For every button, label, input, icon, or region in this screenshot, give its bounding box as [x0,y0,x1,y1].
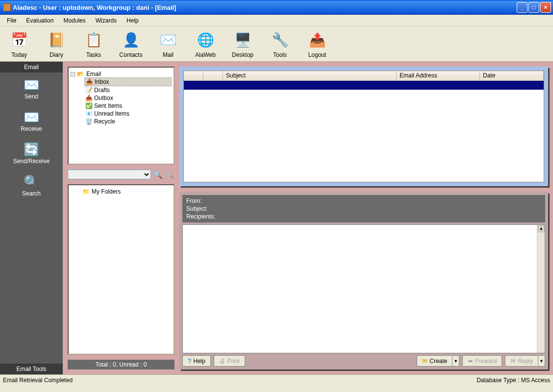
folder-open-icon: 📂 [77,71,84,77]
list-header: Subject Email Address Date [184,71,544,81]
scroll-up-icon[interactable]: ▲ [538,225,545,232]
main-area: - 📂 Email 📥Inbox 📝Drafts 📤Outbox ✅Sent I… [63,62,553,374]
contacts-icon: 👤 [121,30,141,50]
tree-node-inbox[interactable]: 📥Inbox [84,77,172,86]
tasks-icon: 📋 [83,30,104,50]
main-toolbar: 📅Today 📔Diary 📋Tasks 👤Contacts ✉️Mail 🌐A… [0,26,553,62]
status-left: Email Retrieval Completed [3,377,477,384]
tree-node-drafts[interactable]: 📝Drafts [84,86,172,94]
help-button[interactable]: ?Help [182,355,211,367]
toolbar-contacts-button[interactable]: 👤Contacts [117,30,145,58]
titlebar: Aladesc - User : uptodown, Workgroup : d… [0,0,553,15]
statusbar: Email Retrieval Completed Database Type … [0,374,553,385]
inbox-icon: 📥 [86,78,93,85]
message-list-panel: Subject Email Address Date [179,67,548,186]
sidebar-item-search[interactable]: 🔍Search [0,170,63,202]
tools-icon: 🔧 [270,30,290,50]
tree-node-myfolders[interactable]: 📁My Folders [82,188,170,195]
preview-panel: From: Subject: Recipients: ▲ ?Help 🖨Prin… [179,192,548,369]
maximize-button[interactable]: □ [528,2,539,13]
col-subject[interactable]: Subject [223,71,397,80]
toolbar-tools-button[interactable]: 🔧Tools [266,30,294,58]
toolbar-diary-button[interactable]: 📔Diary [42,30,71,58]
reply-button-split: ✉Reply ▼ [505,355,545,367]
sidebar-tab-email[interactable]: Email [0,62,63,73]
print-button[interactable]: 🖨Print [214,355,245,367]
search-icon: 🔍 [22,173,41,190]
menu-help[interactable]: Help [122,16,144,25]
preview-subject-label: Subject: [186,205,541,213]
desktop-icon: 🖥️ [232,30,253,50]
body: Email ✉️Send ✉️Receive 🔄Send/Receive 🔍Se… [0,62,553,374]
logout-icon: 📤 [307,30,327,50]
my-folders-panel: 📁My Folders [68,184,175,355]
tree-node-outbox[interactable]: 📤Outbox [84,94,172,102]
unread-icon: 📧 [85,110,92,117]
col-icon1[interactable] [184,71,203,80]
diary-icon: 📔 [46,30,67,50]
left-column: - 📂 Email 📥Inbox 📝Drafts 📤Outbox ✅Sent I… [68,67,175,369]
menubar: File Evaluation Modules Wizards Help [0,15,553,26]
create-dropdown[interactable]: ▼ [452,355,459,367]
receive-icon: ✉️ [22,109,41,125]
folder-tree: - 📂 Email 📥Inbox 📝Drafts 📤Outbox ✅Sent I… [68,67,175,165]
reply-dropdown[interactable]: ▼ [538,355,545,367]
col-date[interactable]: Date [480,71,544,80]
preview-meta: From: Subject: Recipients: [182,195,545,222]
preview-recipients-label: Recipients: [186,213,541,220]
reply-icon: ✉ [510,357,516,365]
toolbar-alaweb-button[interactable]: 🌐AlaWeb [191,30,220,58]
tree-node-sent[interactable]: ✅Sent Items [84,102,172,110]
sidebar-tab-emailtools[interactable]: Email Tools [0,364,63,374]
minimize-button[interactable]: _ [517,2,528,13]
folder-icon: 📁 [82,188,90,195]
tree-root-email[interactable]: - 📂 Email [71,71,172,77]
forward-icon: ➡ [468,357,473,365]
outbox-icon: 📤 [85,95,92,101]
sidebar-item-sendreceive[interactable]: 🔄Send/Receive [0,137,63,170]
recycle-icon: 🗑️ [85,118,92,125]
create-button-split: ✉Create ▼ [417,355,459,367]
reply-button[interactable]: ✉Reply [505,355,538,367]
tree-node-unread[interactable]: 📧Unread Items [84,110,172,118]
folder-search-select[interactable] [68,170,151,179]
list-row-selected[interactable] [184,81,544,90]
toolbar-tasks-button[interactable]: 📋Tasks [79,30,108,58]
tree-node-recycle[interactable]: 🗑️Recycle [84,118,172,125]
sidebar-item-receive[interactable]: ✉️Receive [0,105,63,137]
send-icon: ✉️ [22,76,41,93]
binoculars-icon[interactable]: 🔍 [153,170,163,179]
close-button[interactable]: × [540,2,551,13]
binoculars-disabled-icon: 🔍 [165,170,175,179]
preview-button-row: ?Help 🖨Print ✉Create ▼ ➡Forward ✉Reply ▼ [182,355,545,367]
folder-search-row: 🔍 🔍 [68,170,175,179]
menu-file[interactable]: File [2,16,21,25]
col-address[interactable]: Email Address [397,71,480,80]
globe-icon: 🌐 [195,30,216,50]
menu-evaluation[interactable]: Evaluation [21,16,58,25]
window-title: Aladesc - User : uptodown, Workgroup : d… [13,4,516,11]
right-column: Subject Email Address Date From: Subject… [179,67,548,369]
toolbar-mail-button[interactable]: ✉️Mail [154,30,182,58]
menu-wizards[interactable]: Wizards [91,16,122,25]
toolbar-logout-button[interactable]: 📤Logout [303,30,331,58]
sidebar: Email ✉️Send ✉️Receive 🔄Send/Receive 🔍Se… [0,62,63,374]
toolbar-desktop-button[interactable]: 🖥️Desktop [228,30,257,58]
sidebar-item-send[interactable]: ✉️Send [0,73,63,105]
menu-modules[interactable]: Modules [58,16,90,25]
folder-status: Total : 0, Unread : 0 [68,360,175,369]
envelope-icon: ✉ [422,357,427,365]
sent-icon: ✅ [85,102,92,109]
mail-icon: ✉️ [158,30,178,50]
col-icon2[interactable] [203,71,223,80]
calendar-icon: 📅 [9,30,29,50]
preview-scrollbar[interactable]: ▲ [537,225,545,353]
preview-from-label: From: [186,197,541,205]
preview-body: ▲ [182,224,545,353]
forward-button[interactable]: ➡Forward [462,355,502,367]
create-button[interactable]: ✉Create [417,355,452,367]
drafts-icon: 📝 [85,87,92,94]
toolbar-today-button[interactable]: 📅Today [5,30,33,58]
collapse-icon[interactable]: - [71,72,75,76]
help-icon: ? [188,357,191,365]
